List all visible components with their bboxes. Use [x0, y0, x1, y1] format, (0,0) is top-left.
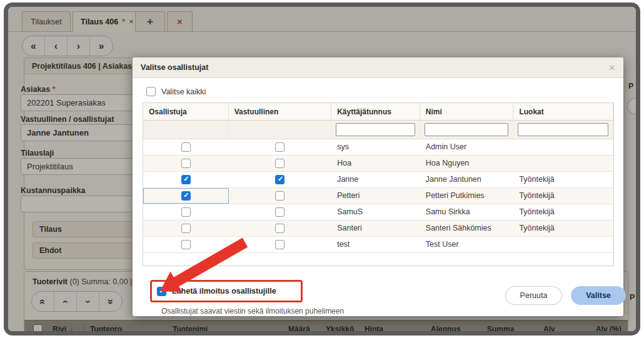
participant-checkbox[interactable] [181, 224, 191, 233]
cell-categories [513, 139, 613, 155]
participant-checkbox-cell[interactable] [143, 188, 229, 204]
filter-cell [513, 121, 613, 139]
participant-checkbox[interactable] [181, 175, 191, 184]
notify-label: Lähetä ilmoitus osallistujille [172, 287, 276, 296]
cell-categories: Työntekijä [513, 204, 613, 220]
notify-checkbox[interactable] [157, 287, 166, 296]
cell-categories: Työntekijä [513, 221, 613, 236]
responsible-checkbox-cell[interactable] [229, 188, 332, 204]
cell-categories [513, 156, 613, 171]
column-header[interactable]: Vastuullinen [229, 103, 332, 120]
window-frame: Tilaukset Tilaus 406 * × + × « ‹ › [4, 2, 640, 336]
confirm-button[interactable]: Valitse [571, 286, 626, 305]
responsible-checkbox-cell[interactable] [229, 204, 332, 220]
responsible-checkbox-cell[interactable] [229, 139, 332, 155]
responsible-checkbox[interactable] [275, 191, 284, 201]
cell-name: Test User [420, 237, 514, 252]
participants-table-body: sysAdmin UserHoaHoa NguyenJanneJanne Jan… [143, 139, 613, 253]
filter-input-name[interactable] [425, 123, 509, 136]
participant-checkbox[interactable] [181, 240, 191, 249]
participant-row[interactable]: sysAdmin User [143, 139, 613, 156]
responsible-checkbox[interactable] [275, 240, 284, 249]
select-all-label: Valitse kaikki [161, 87, 206, 96]
responsible-checkbox[interactable] [275, 159, 284, 168]
participant-row[interactable]: testTest User [143, 237, 613, 253]
select-all-row[interactable]: Valitse kaikki [146, 87, 206, 96]
cell-categories [513, 237, 613, 252]
cell-username: Santeri [331, 221, 420, 236]
select-participants-dialog: Valitse osallistujat × Valitse kaikki Os… [133, 57, 623, 316]
cell-categories: Työntekijä [513, 188, 613, 204]
responsible-checkbox-cell[interactable] [229, 172, 332, 187]
participant-row[interactable]: SamuSSamu SirkkaTyöntekijä [143, 204, 613, 221]
participant-row[interactable]: PetteriPetteri PutkimiesTyöntekijä [143, 188, 613, 204]
column-header[interactable]: Luokat [513, 103, 613, 120]
responsible-checkbox-cell[interactable] [229, 221, 332, 236]
participant-row[interactable]: HoaHoa Nguyen [143, 156, 613, 172]
filter-cell [331, 121, 420, 139]
cancel-button[interactable]: Peruuta [505, 286, 562, 305]
cell-categories: Työntekijä [513, 172, 613, 187]
participant-row[interactable]: JanneJanne JantunenTyöntekijä [143, 172, 613, 188]
filter-cell [420, 121, 514, 139]
responsible-checkbox-cell[interactable] [229, 156, 332, 171]
cell-name: Petteri Putkimies [420, 188, 514, 204]
participant-checkbox[interactable] [181, 191, 191, 201]
cell-name: Admin User [420, 139, 514, 155]
responsible-checkbox[interactable] [275, 224, 284, 233]
column-header[interactable]: Käyttäjätunnus [331, 103, 420, 120]
dialog-title: Valitse osallistujat [141, 63, 609, 72]
cell-username: Petteri [331, 188, 420, 204]
cell-name: Samu Sirkka [420, 204, 514, 220]
participant-checkbox[interactable] [181, 207, 191, 217]
select-all-checkbox[interactable] [146, 87, 156, 96]
participant-row[interactable]: SanteriSanteri SähkömiesTyöntekijä [143, 221, 613, 237]
participants-table: OsallistujaVastuullinenKäyttäjätunnusNim… [143, 102, 614, 266]
participants-filter-row [143, 121, 613, 139]
dialog-header: Valitse osallistujat × [133, 57, 623, 78]
responsible-checkbox[interactable] [275, 207, 284, 217]
cell-username: Hoa [331, 156, 420, 171]
column-header[interactable]: Nimi [420, 103, 514, 120]
cell-name: Janne Jantunen [420, 172, 514, 187]
participant-checkbox-cell[interactable] [143, 204, 229, 220]
participant-checkbox[interactable] [181, 159, 191, 168]
dialog-close-icon[interactable]: × [609, 62, 615, 73]
cell-username: test [331, 237, 420, 252]
screenshot-stage: Tilaukset Tilaus 406 * × + × « ‹ › [0, 0, 644, 338]
participant-checkbox-cell[interactable] [143, 139, 229, 155]
notify-hint: Osallistujat saavat viestin sekä ilmoitu… [161, 307, 344, 316]
cell-username: Janne [331, 172, 420, 187]
responsible-checkbox[interactable] [275, 175, 284, 184]
responsible-checkbox-cell[interactable] [229, 237, 332, 252]
filter-input-categories[interactable] [518, 123, 608, 136]
participants-table-header: OsallistujaVastuullinenKäyttäjätunnusNim… [143, 103, 613, 121]
participant-checkbox-cell[interactable] [143, 172, 229, 187]
participant-checkbox-cell[interactable] [143, 237, 229, 252]
filter-cell [229, 121, 332, 139]
cell-name: Santeri Sähkömies [420, 221, 514, 236]
column-header[interactable]: Osallistuja [143, 103, 229, 120]
participant-checkbox-cell[interactable] [143, 221, 229, 236]
cell-username: sys [331, 139, 420, 155]
responsible-checkbox[interactable] [275, 142, 284, 152]
participant-checkbox-cell[interactable] [143, 156, 229, 171]
notify-highlight-box: Lähetä ilmoitus osallistujille [150, 280, 303, 302]
filter-cell [143, 121, 229, 139]
filter-input-username[interactable] [336, 123, 415, 136]
cell-username: SamuS [331, 204, 420, 220]
cell-name: Hoa Nguyen [420, 156, 514, 171]
participant-checkbox[interactable] [181, 142, 191, 152]
